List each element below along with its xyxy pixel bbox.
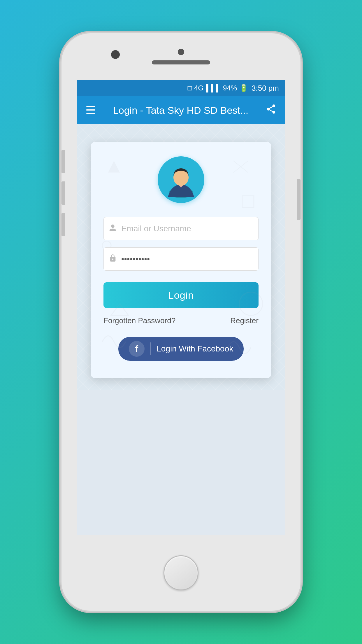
app-bar-title: Login - Tata Sky HD SD Best... xyxy=(102,105,260,116)
password-input-group xyxy=(103,247,259,271)
login-card: Login Forgotten Password? Register f Log… xyxy=(91,142,271,378)
status-icons: □ 4G ▌▌▌ 94% 🔋 xyxy=(187,84,248,92)
power-button xyxy=(297,179,301,220)
svg-line-6 xyxy=(233,161,248,173)
battery-icon: 🔋 xyxy=(239,84,248,92)
phone-shell: □ 4G ▌▌▌ 94% 🔋 3:50 pm ☰ Login - Tata Sk… xyxy=(61,33,301,611)
app-bar: ☰ Login - Tata Sky HD SD Best... xyxy=(77,96,285,124)
email-username-input[interactable] xyxy=(103,217,259,240)
forgot-password-link[interactable]: Forgotten Password? xyxy=(103,316,175,325)
status-bar: □ 4G ▌▌▌ 94% 🔋 3:50 pm xyxy=(77,80,285,96)
fb-divider xyxy=(150,342,151,355)
links-row: Forgotten Password? Register xyxy=(103,316,259,325)
front-camera xyxy=(111,50,120,59)
login-button[interactable]: Login xyxy=(103,282,259,308)
password-input[interactable] xyxy=(103,247,259,271)
share-icon[interactable] xyxy=(266,104,277,117)
lock-icon xyxy=(109,254,117,264)
phone-screen: □ 4G ▌▌▌ 94% 🔋 3:50 pm ☰ Login - Tata Sk… xyxy=(77,80,285,535)
status-time: 3:50 pm xyxy=(252,84,279,93)
username-input-group xyxy=(103,217,259,240)
signal-label: 4G xyxy=(194,84,203,92)
facebook-icon: f xyxy=(129,341,145,357)
camera-dot xyxy=(178,49,184,55)
home-button[interactable] xyxy=(164,555,198,590)
facebook-login-button[interactable]: f Login With Facebook xyxy=(118,337,244,361)
phone-bottom xyxy=(61,535,301,611)
speaker-bar xyxy=(152,60,210,64)
volume-buttons xyxy=(61,150,65,236)
facebook-login-label: Login With Facebook xyxy=(157,344,233,354)
battery-percent: 94% xyxy=(223,84,237,92)
phone-top xyxy=(61,33,301,80)
user-icon xyxy=(109,224,117,234)
main-content: Login Forgotten Password? Register f Log… xyxy=(77,124,285,390)
hamburger-icon[interactable]: ☰ xyxy=(85,104,96,116)
svg-marker-0 xyxy=(108,161,120,173)
register-link[interactable]: Register xyxy=(230,316,259,325)
svg-rect-1 xyxy=(242,196,254,208)
sim-icon: □ xyxy=(187,84,192,92)
signal-bars: ▌▌▌ xyxy=(206,84,221,92)
avatar xyxy=(158,156,204,203)
svg-line-7 xyxy=(233,161,248,173)
